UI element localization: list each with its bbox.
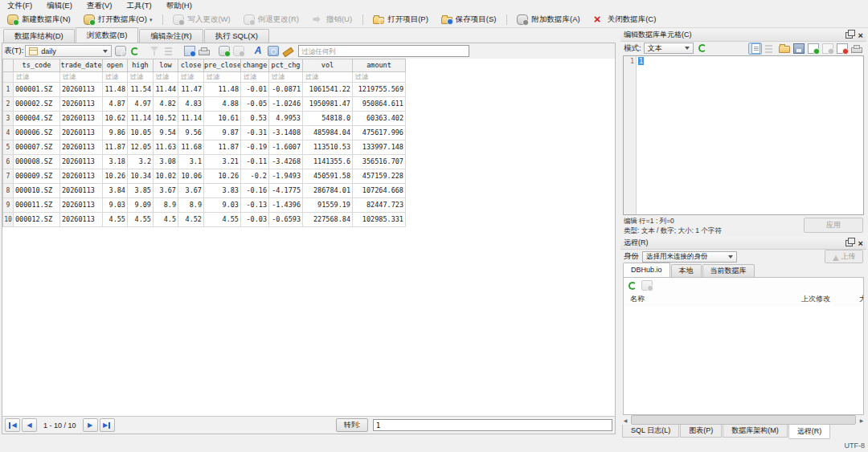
column-header-low[interactable]: low xyxy=(154,59,178,72)
grid-cell[interactable]: 60363.402 xyxy=(353,112,406,126)
cell-text-area[interactable]: 1 xyxy=(637,56,863,214)
filter-input-open[interactable]: 过滤 xyxy=(103,72,128,83)
column-header-name[interactable]: 名称 xyxy=(630,294,645,304)
grid-cell[interactable]: -4.1775 xyxy=(269,184,303,198)
browse-tool-button-save-table[interactable] xyxy=(182,45,196,57)
mode-selector[interactable]: 文本 xyxy=(644,43,694,54)
grid-cell[interactable]: -0.2 xyxy=(241,169,269,184)
grid-cell[interactable]: 10.02 xyxy=(154,169,178,184)
grid-cell[interactable]: 000001.SZ xyxy=(14,83,60,97)
column-header-size[interactable]: 大小 xyxy=(859,294,863,304)
grid-cell[interactable]: 950864.611 xyxy=(353,97,406,112)
grid-cell[interactable]: -0.13 xyxy=(241,198,269,213)
remote-tool-button-user-database[interactable] xyxy=(640,279,653,291)
grid-cell[interactable]: 000006.SZ xyxy=(14,126,60,140)
grid-cell[interactable]: 4.87 xyxy=(103,97,128,112)
filter-input-low[interactable]: 过滤 xyxy=(154,72,178,83)
cell-tool-button-text-doc[interactable] xyxy=(748,43,762,55)
remote-tool-button-refresh[interactable] xyxy=(625,279,639,291)
filter-input-change[interactable]: 过滤 xyxy=(241,72,269,83)
grid-corner[interactable] xyxy=(3,59,14,72)
grid-cell[interactable]: 11.63 xyxy=(154,140,178,155)
float-panel-icon[interactable] xyxy=(845,32,853,39)
browse-tool-button-print[interactable] xyxy=(197,45,211,57)
column-header-open[interactable]: open xyxy=(103,59,128,72)
filter-input-vol[interactable]: 过滤 xyxy=(303,72,353,83)
grid-cell[interactable]: -0.05 xyxy=(241,97,269,112)
grid-cell[interactable]: 10.34 xyxy=(128,169,154,184)
cell-tool-button-word-wrap[interactable] xyxy=(763,43,776,55)
filter-input-amount[interactable]: 过滤 xyxy=(353,72,406,83)
row-number[interactable]: 7 xyxy=(3,169,14,184)
grid-cell[interactable]: 1141355.6 xyxy=(303,155,353,169)
scroll-right-icon[interactable]: ▶ xyxy=(857,417,866,423)
grid-cell[interactable]: 3.1 xyxy=(178,155,204,169)
grid-cell[interactable]: 11.47 xyxy=(178,83,204,97)
grid-cell[interactable]: 000004.SZ xyxy=(14,112,60,126)
grid-cell[interactable]: 000008.SZ xyxy=(14,155,60,169)
grid-cell[interactable]: 227568.84 xyxy=(303,213,353,227)
grid-cell[interactable]: 3.67 xyxy=(178,184,204,198)
grid-cell[interactable]: 4.83 xyxy=(178,97,204,112)
grid-cell[interactable]: 4.82 xyxy=(154,97,178,112)
grid-cell[interactable]: 82447.723 xyxy=(353,198,406,213)
column-header-last-modified[interactable]: 上次修改 xyxy=(801,294,830,304)
grid-cell[interactable]: -0.01 xyxy=(241,83,269,97)
grid-cell[interactable]: -0.6593 xyxy=(269,213,303,227)
grid-cell[interactable]: 3.2 xyxy=(128,155,154,169)
bottom-tab[interactable]: 图表(P) xyxy=(680,425,722,438)
grid-cell[interactable]: 450591.58 xyxy=(303,169,353,184)
grid-cell[interactable]: 3.18 xyxy=(103,155,128,169)
toolbar-button-attach-database[interactable]: 附加数据库(A) xyxy=(511,13,585,26)
row-number[interactable]: 2 xyxy=(3,97,14,112)
grid-cell[interactable]: 133997.148 xyxy=(353,140,406,155)
grid-cell[interactable]: 3.21 xyxy=(204,155,241,169)
grid-cell[interactable]: 20260113 xyxy=(60,169,103,184)
grid-cell[interactable]: 10.26 xyxy=(103,169,128,184)
grid-cell[interactable]: 91559.19 xyxy=(303,198,353,213)
grid-cell[interactable]: 4.97 xyxy=(128,97,154,112)
upload-button[interactable]: 上传 xyxy=(825,250,863,263)
main-tab[interactable]: 执行 SQL(X) xyxy=(204,29,269,43)
grid-cell[interactable]: 0.53 xyxy=(241,112,269,126)
remote-tab[interactable]: 当前数据库 xyxy=(702,264,755,277)
row-number[interactable]: 3 xyxy=(3,112,14,126)
grid-cell[interactable]: 000010.SZ xyxy=(14,184,60,198)
grid-cell[interactable]: 3.83 xyxy=(204,184,241,198)
browse-tool-button-insert-record[interactable] xyxy=(113,45,127,57)
grid-cell[interactable]: 9.03 xyxy=(204,198,241,213)
grid-cell[interactable]: 1950981.47 xyxy=(303,97,353,112)
grid-cell[interactable]: 20260113 xyxy=(60,155,103,169)
grid-cell[interactable]: 000002.SZ xyxy=(14,97,60,112)
grid-cell[interactable]: 11.14 xyxy=(128,112,154,126)
grid-cell[interactable]: -0.19 xyxy=(241,140,269,155)
grid-cell[interactable]: 20260113 xyxy=(60,140,103,155)
toolbar-button-undo[interactable]: 撤销(U) xyxy=(306,13,358,26)
grid-cell[interactable]: 20260113 xyxy=(60,112,103,126)
cell-tool-button-open-file[interactable] xyxy=(777,43,791,55)
grid-cell[interactable]: 4.55 xyxy=(204,213,241,227)
grid-cell[interactable]: -3.4268 xyxy=(269,155,303,169)
browse-tool-button-export-record[interactable] xyxy=(231,45,245,57)
filter-input-close[interactable]: 过滤 xyxy=(178,72,204,83)
grid-cell[interactable]: 4.88 xyxy=(204,97,241,112)
grid-cell[interactable]: 20260113 xyxy=(60,184,103,198)
grid-cell[interactable]: 107264.668 xyxy=(353,184,406,198)
grid-cell[interactable]: 9.54 xyxy=(154,126,178,140)
apply-button[interactable]: 应用 xyxy=(804,218,863,233)
grid-cell[interactable]: 4.55 xyxy=(128,213,154,227)
grid-cell[interactable]: 000009.SZ xyxy=(14,169,60,184)
browse-tool-button-refresh[interactable] xyxy=(128,45,141,57)
column-header-amount[interactable]: amount xyxy=(353,59,406,72)
grid-cell[interactable]: 3.84 xyxy=(103,184,128,198)
grid-cell[interactable]: 000012.SZ xyxy=(14,213,60,227)
cell-tool-button-import-cell[interactable] xyxy=(806,43,820,55)
table-selector[interactable]: daily xyxy=(25,45,112,57)
grid-cell[interactable]: 54818.0 xyxy=(303,112,353,126)
column-header-vol[interactable]: vol xyxy=(303,59,353,72)
column-header-trade_date[interactable]: trade_date xyxy=(60,59,103,72)
grid-cell[interactable]: -1.4396 xyxy=(269,198,303,213)
filter-input-pct_chg[interactable]: 过滤 xyxy=(269,72,303,83)
toolbar-button-open-project[interactable]: 打开项目(P) xyxy=(367,13,434,26)
grid-cell[interactable]: 9.03 xyxy=(103,198,128,213)
